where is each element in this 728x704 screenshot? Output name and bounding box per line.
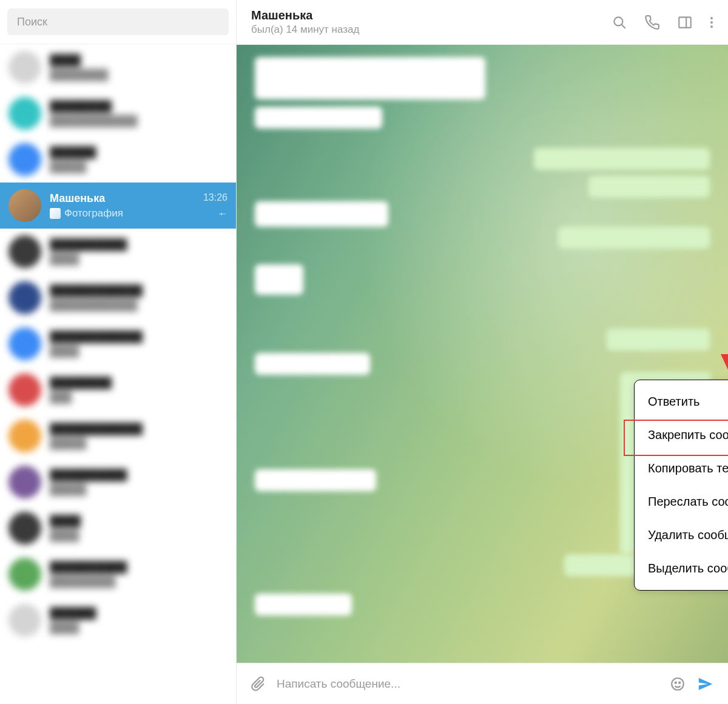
- chat-subtitle: Фотография: [50, 207, 195, 220]
- sidebar: ████████████ ████████████████████ ██████…: [0, 0, 237, 704]
- chat-row[interactable]: ███████████: [0, 136, 236, 183]
- chat-row[interactable]: ████████████: [0, 44, 236, 90]
- ctx-forward[interactable]: Переслать сообщение: [635, 485, 728, 518]
- ctx-select[interactable]: Выделить сообщение: [635, 552, 728, 585]
- message-bubble[interactable]: [534, 148, 710, 170]
- avatar: [8, 51, 41, 84]
- svg-point-5: [710, 21, 713, 24]
- messages-area[interactable]: Ответить Закрепить сообщение Копировать …: [237, 45, 728, 663]
- ctx-pin[interactable]: Закрепить сообщение: [635, 418, 728, 452]
- message-bubble[interactable]: [255, 353, 370, 375]
- sidepanel-icon[interactable]: [677, 15, 693, 30]
- svg-line-1: [622, 24, 625, 28]
- avatar: [8, 420, 41, 452]
- avatar: [8, 512, 41, 545]
- header-contact-name[interactable]: Машенька: [251, 8, 609, 22]
- chat-row[interactable]: ████████████████: [0, 321, 236, 367]
- svg-point-6: [710, 25, 713, 28]
- avatar: [8, 558, 41, 591]
- chat-row[interactable]: ███████████████: [0, 459, 236, 505]
- message-bubble[interactable]: [607, 329, 710, 350]
- emoji-icon[interactable]: [670, 676, 686, 692]
- avatar: [8, 281, 41, 314]
- composer: [237, 663, 728, 704]
- chat-subtitle-text: Фотография: [64, 207, 123, 220]
- avatar: [8, 604, 41, 637]
- message-bubble[interactable]: [255, 57, 485, 99]
- search-wrap: [0, 0, 236, 44]
- message-bubble[interactable]: [255, 107, 382, 129]
- chat-time: 13:26: [203, 192, 228, 203]
- chat-row[interactable]: ██████████: [0, 597, 236, 643]
- search-input[interactable]: [7, 8, 229, 35]
- photo-icon: [50, 208, 61, 219]
- message-bubble[interactable]: [255, 594, 352, 615]
- chat-header: Машенька был(а) 14 минут назад: [237, 0, 728, 45]
- avatar: [8, 327, 41, 360]
- call-icon[interactable]: [644, 15, 660, 30]
- ctx-copy[interactable]: Копировать текст: [635, 452, 728, 485]
- message-bubble[interactable]: [588, 176, 710, 198]
- svg-point-4: [710, 17, 713, 19]
- avatar: [8, 235, 41, 268]
- message-bubble[interactable]: [255, 201, 388, 227]
- message-input[interactable]: [277, 677, 659, 691]
- message-bubble[interactable]: [255, 264, 303, 295]
- chat-row[interactable]: ██████████████: [0, 229, 236, 275]
- avatar: [8, 97, 41, 130]
- ctx-reply[interactable]: Ответить: [635, 385, 728, 418]
- svg-rect-2: [679, 17, 691, 27]
- chat-row-active[interactable]: Машенька Фотография 13:26: [0, 183, 236, 229]
- chat-row[interactable]: ████████: [0, 505, 236, 551]
- main: Машенька был(а) 14 минут назад: [237, 0, 728, 704]
- svg-point-11: [679, 682, 680, 683]
- chat-row[interactable]: ███████████: [0, 367, 236, 413]
- avatar: [8, 143, 41, 176]
- app-root: ████████████ ████████████████████ ██████…: [0, 0, 728, 704]
- message-bubble[interactable]: [558, 227, 710, 249]
- ctx-delete[interactable]: Удалить сообщение: [635, 518, 728, 552]
- header-status: был(а) 14 минут назад: [251, 24, 609, 36]
- chat-row[interactable]: ████████████████████████: [0, 275, 236, 321]
- avatar: [8, 374, 41, 406]
- chat-row[interactable]: ████████████████████: [0, 90, 236, 136]
- pin-icon: [218, 208, 228, 220]
- annotation-arrow: [716, 245, 728, 391]
- attach-icon[interactable]: [250, 676, 266, 692]
- send-button[interactable]: [696, 675, 715, 693]
- svg-point-10: [675, 682, 676, 683]
- context-menu: Ответить Закрепить сообщение Копировать …: [634, 380, 728, 591]
- avatar: [8, 189, 41, 222]
- more-icon[interactable]: [710, 15, 713, 30]
- chat-row[interactable]: █████████████████: [0, 413, 236, 459]
- svg-point-0: [614, 17, 622, 25]
- chat-row[interactable]: ███████████████████: [0, 551, 236, 597]
- search-icon[interactable]: [612, 15, 627, 30]
- message-bubble[interactable]: [255, 469, 376, 491]
- chat-title: Машенька: [50, 192, 195, 205]
- svg-point-9: [672, 678, 684, 690]
- avatar: [8, 466, 41, 498]
- chat-list[interactable]: ████████████ ████████████████████ ██████…: [0, 44, 236, 704]
